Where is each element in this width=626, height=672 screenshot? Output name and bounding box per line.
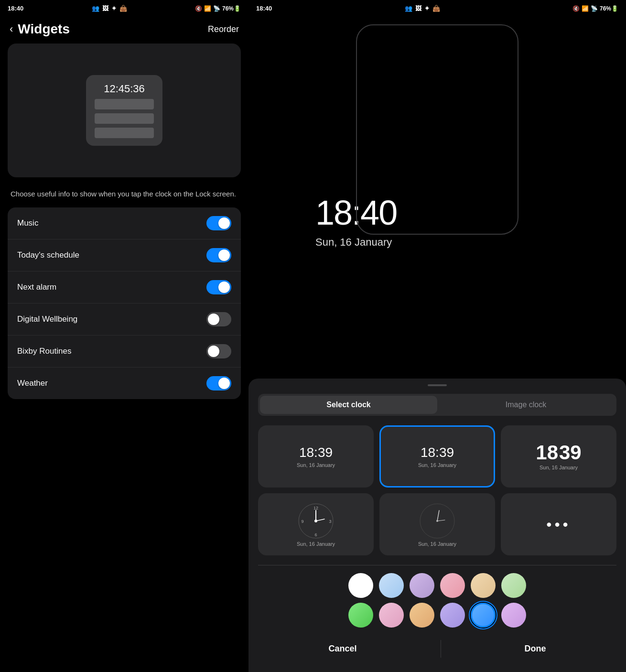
reorder-button[interactable]: Reorder [208, 24, 239, 34]
clock5-date: Sun, 16 January [418, 541, 456, 547]
clock-grid: 18:39 Sun, 16 January 18:39 Sun, 16 Janu… [258, 425, 616, 555]
clock1-time: 18:39 [299, 445, 333, 460]
toggle-weather[interactable] [206, 376, 231, 390]
toggle-label-schedule: Today's schedule [17, 250, 79, 260]
tab-select-clock[interactable]: Select clock [260, 396, 437, 414]
wifi-icon: 📶 [204, 5, 211, 12]
svg-text:3: 3 [329, 519, 331, 524]
r-extra-icon: ✦ [424, 5, 430, 12]
svg-point-7 [314, 520, 317, 522]
clock2-date: Sun, 16 January [418, 462, 456, 468]
tab-select-clock-label: Select clock [326, 401, 371, 409]
color-separator [258, 565, 616, 565]
clock-option-5[interactable]: Sun, 16 January [379, 493, 495, 555]
tab-image-clock[interactable]: Image clock [437, 396, 615, 414]
toggles-container: Music Today's schedule Next alarm Digita… [8, 207, 241, 399]
widget-bar-3 [95, 128, 154, 138]
back-button[interactable]: ‹ [10, 23, 13, 35]
color-peach[interactable] [471, 573, 496, 598]
left-status-bar: 18:40 👥 🖼 ✦ 👜 🔇 📶 📡 76%🔋 [0, 0, 248, 15]
right-status-time: 18:40 [256, 5, 272, 12]
toggle-music[interactable] [206, 216, 231, 230]
facebook-icon: 👥 [92, 5, 99, 12]
left-status-right: 🔇 📶 📡 76%🔋 [195, 5, 241, 12]
left-status-icons: 👥 🖼 ✦ 👜 [92, 5, 127, 12]
clock-option-2[interactable]: 18:39 Sun, 16 January [379, 425, 495, 488]
clock3-time-group: 18 39 [536, 443, 581, 463]
left-panel: 18:40 👥 🖼 ✦ 👜 🔇 📶 📡 76%🔋 ‹ Widgets Reord… [0, 0, 248, 672]
toggle-label-bixby: Bixby Routines [17, 347, 71, 356]
analog-clock-dark [418, 502, 456, 540]
r-wifi-icon: 📶 [582, 5, 589, 12]
color-rose[interactable] [379, 603, 404, 628]
svg-line-10 [437, 510, 439, 521]
color-green[interactable] [501, 573, 526, 598]
color-light-blue[interactable] [379, 573, 404, 598]
bottom-sheet: Select clock Image clock 18:39 Sun, 16 J… [248, 379, 626, 672]
widget-clock-time: 12:45:36 [95, 83, 154, 95]
clock-option-4[interactable]: 12 3 6 9 Sun, 16 January [258, 493, 374, 555]
toggle-schedule[interactable] [206, 248, 231, 262]
right-status-bar: 18:40 👥 🖼 ✦ 👜 🔇 📶 📡 76%🔋 [248, 0, 626, 15]
color-orange[interactable] [410, 603, 434, 628]
color-row-2 [258, 603, 616, 628]
clock3-date: Sun, 16 January [540, 465, 578, 470]
clock2-time: 18:39 [421, 445, 454, 460]
done-button[interactable]: Done [505, 640, 565, 658]
color-bright-green[interactable] [348, 603, 373, 628]
toggle-label-alarm: Next alarm [17, 282, 56, 292]
lock-screen-date: Sun, 16 January [315, 236, 392, 249]
color-pink[interactable] [440, 573, 465, 598]
action-separator [441, 640, 441, 658]
color-blue-selected[interactable] [471, 603, 496, 628]
clock-option-more[interactable]: ••• [501, 493, 616, 555]
extra-icon: ✦ [111, 5, 117, 12]
gallery-icon: 🖼 [102, 5, 108, 12]
mute-icon: 🔇 [195, 5, 202, 12]
svg-text:9: 9 [301, 519, 303, 524]
toggle-bixby[interactable] [206, 344, 231, 358]
clock4-date: Sun, 16 January [297, 541, 335, 547]
clock-option-3[interactable]: 18 39 Sun, 16 January [501, 425, 616, 488]
r-gallery-icon: 🖼 [415, 5, 421, 12]
action-row: Cancel Done [258, 632, 616, 658]
clock3-hour: 18 [536, 443, 558, 463]
color-white[interactable] [348, 573, 373, 598]
color-row-1 [258, 573, 616, 598]
color-purple[interactable] [410, 573, 434, 598]
color-lavender[interactable] [440, 603, 465, 628]
left-status-time: 18:40 [8, 5, 23, 12]
svg-text:12: 12 [313, 506, 318, 510]
widget-preview-container: 12:45:36 [8, 43, 241, 177]
wallet-icon: 👜 [119, 5, 127, 12]
page-title: Widgets [18, 22, 70, 37]
clock3-min: 39 [559, 443, 582, 463]
color-violet[interactable] [501, 603, 526, 628]
r-signal-icon: 📡 [591, 5, 598, 12]
svg-line-11 [437, 520, 445, 521]
phone-outline [356, 24, 518, 235]
analog-clock-light: 12 3 6 9 [297, 502, 335, 540]
header-left-group: ‹ Widgets [10, 22, 70, 37]
toggle-label-weather: Weather [17, 379, 48, 388]
widget-bar-2 [95, 113, 154, 124]
clock-option-1[interactable]: 18:39 Sun, 16 January [258, 425, 374, 488]
widget-description: Choose useful info to show when you tap … [0, 177, 248, 207]
tab-row: Select clock Image clock [258, 394, 616, 416]
r-wallet-icon: 👜 [432, 5, 440, 12]
toggle-alarm[interactable] [206, 280, 231, 294]
toggle-row-music: Music [8, 207, 241, 239]
toggle-row-wellbeing: Digital Wellbeing [8, 303, 241, 336]
toggle-label-wellbeing: Digital Wellbeing [17, 314, 77, 324]
toggle-label-music: Music [17, 218, 38, 228]
toggle-row-weather: Weather [8, 368, 241, 399]
cancel-button[interactable]: Cancel [309, 640, 376, 658]
r-battery-text: 76%🔋 [600, 5, 618, 12]
battery-text: 76%🔋 [222, 5, 241, 12]
toggle-wellbeing[interactable] [206, 312, 231, 326]
left-header: ‹ Widgets Reorder [0, 15, 248, 43]
clock1-date: Sun, 16 January [297, 462, 335, 468]
sheet-handle [428, 384, 447, 386]
toggle-row-bixby: Bixby Routines [8, 336, 241, 368]
r-facebook-icon: 👥 [405, 5, 412, 12]
